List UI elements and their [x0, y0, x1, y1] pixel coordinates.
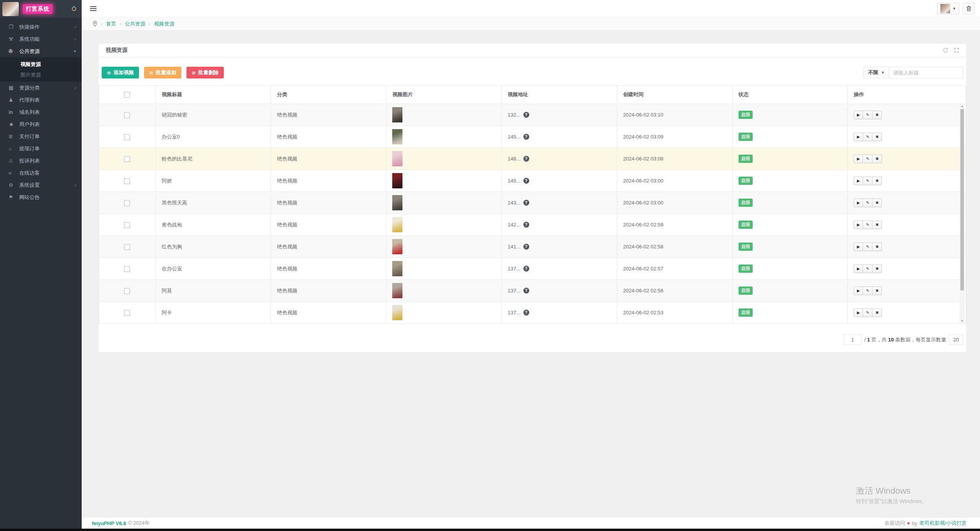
scroll-up-button[interactable]: ▲ — [960, 104, 965, 109]
sidebar-item-domain-list[interactable]: in域名列表 — [0, 106, 82, 118]
breadcrumb-public-resources[interactable]: 公共资源 — [125, 20, 145, 27]
refresh-icon[interactable] — [943, 47, 948, 53]
delete-button[interactable]: ✖ — [872, 308, 882, 317]
edit-button[interactable]: ✎ — [863, 308, 872, 317]
row-checkbox[interactable] — [124, 266, 130, 272]
question-circle-icon[interactable]: ? — [523, 266, 529, 272]
row-checkbox[interactable] — [124, 288, 130, 294]
sidebar-item-user-list[interactable]: ☻用户列表 — [0, 118, 82, 130]
col-video-image: 视频图片 — [386, 86, 502, 104]
delete-button[interactable]: ✖ — [872, 111, 882, 119]
sidebar-item-label: 公共资源 — [19, 48, 73, 55]
edit-button[interactable]: ✎ — [863, 286, 872, 295]
edit-button[interactable]: ✎ — [863, 133, 872, 141]
edit-button[interactable]: ✎ — [863, 243, 872, 251]
pagination: / 1 页，共 10 条数据，每页显示数量 — [99, 324, 966, 352]
sidebar-item-label: 支付订单 — [19, 133, 76, 140]
table-row: 在办公室绝色视频137...?2024-06-02 02:57启用▶✎✖ — [99, 258, 966, 280]
row-checkbox[interactable] — [124, 178, 130, 184]
delete-button[interactable]: ✖ — [872, 133, 882, 141]
play-button[interactable]: ▶ — [854, 286, 863, 295]
user-menu-button[interactable]: ▼ — [937, 3, 959, 15]
batch-delete-button[interactable]: ⊗ 批量删除 — [186, 67, 224, 78]
question-circle-icon[interactable]: ? — [523, 244, 529, 250]
delete-button[interactable]: ✖ — [872, 177, 882, 185]
expand-icon[interactable] — [954, 47, 959, 53]
sidebar-item-withdrawal-orders[interactable]: ⌂提现订单 — [0, 142, 82, 155]
edit-button[interactable]: ✎ — [863, 199, 872, 207]
sidebar-item-public-resources[interactable]: ✇公共资源▾ — [0, 45, 82, 57]
row-checkbox[interactable] — [124, 200, 130, 206]
sidebar-item-system-functions[interactable]: ⚒系统功能‹ — [0, 33, 82, 45]
question-circle-icon[interactable]: ? — [523, 310, 529, 316]
scroll-down-button[interactable]: ▼ — [960, 319, 965, 323]
play-button[interactable]: ▶ — [854, 133, 863, 141]
play-button[interactable]: ▶ — [854, 221, 863, 229]
delete-button[interactable]: ✖ — [872, 243, 882, 251]
sidebar-toggle-icon[interactable] — [90, 6, 97, 11]
page-input[interactable] — [844, 334, 861, 345]
sidebar-item-online-visitors[interactable]: ℮在线访客 — [0, 167, 82, 179]
question-circle-icon[interactable]: ? — [523, 178, 529, 184]
row-checkbox[interactable] — [124, 134, 130, 140]
row-checkbox[interactable] — [124, 156, 130, 162]
edit-button[interactable]: ✎ — [863, 265, 872, 273]
sidebar-item-quick-actions[interactable]: ❐快捷操作‹ — [0, 21, 82, 33]
sidebar-item-resource-categories[interactable]: ▦资源分类‹ — [0, 82, 82, 94]
times-circle-icon: ⊗ — [192, 70, 196, 76]
question-circle-icon[interactable]: ? — [523, 288, 529, 294]
play-button[interactable]: ▶ — [854, 199, 863, 207]
play-button[interactable]: ▶ — [854, 308, 863, 317]
row-checkbox[interactable] — [124, 244, 130, 250]
breadcrumb-home[interactable]: 首页 — [106, 20, 116, 27]
footer-link[interactable]: 老司机影视/小说打赏 — [919, 520, 967, 527]
delete-button[interactable]: ✖ — [872, 199, 882, 207]
status-badge: 启用 — [739, 133, 753, 141]
category-cell: 绝色视频 — [271, 170, 386, 192]
filter-dropdown[interactable]: 不限 ▼ — [863, 67, 889, 78]
delete-button[interactable]: ✖ — [872, 221, 882, 229]
sidebar-subitem-1[interactable]: 图片资源 — [0, 69, 82, 80]
vertical-scrollbar[interactable]: ▲ ▼ — [960, 104, 965, 323]
play-button[interactable]: ▶ — [854, 265, 863, 273]
play-button[interactable]: ▶ — [854, 177, 863, 185]
sidebar-item-agent-list[interactable]: ♟代理列表 — [0, 94, 82, 106]
sidebar-subitem-0[interactable]: 视频资源 — [0, 59, 82, 69]
add-video-button[interactable]: ⊕ 添加视频 — [102, 67, 139, 78]
batch-add-button[interactable]: ≣ 批量添加 — [144, 67, 181, 78]
select-all-checkbox[interactable] — [124, 92, 130, 98]
col-video-address: 视频地址 — [502, 86, 617, 104]
question-circle-icon[interactable]: ? — [523, 200, 529, 206]
chevron-left-icon: ‹ — [75, 36, 76, 42]
delete-button[interactable]: ✖ — [872, 286, 882, 295]
sidebar-item-label: 代理列表 — [19, 97, 76, 104]
delete-button[interactable]: ✖ — [872, 265, 882, 273]
row-checkbox[interactable] — [124, 310, 130, 316]
edit-button[interactable]: ✎ — [863, 111, 872, 119]
question-circle-icon[interactable]: ? — [523, 222, 529, 228]
play-icon: ▶ — [857, 288, 860, 293]
sidebar-item-complaint-list[interactable]: ⚠投诉列表 — [0, 155, 82, 167]
scrollbar-thumb[interactable] — [960, 109, 964, 290]
table-row: 阿卡绝色视频137...?2024-06-02 02:53启用▶✎✖ — [99, 302, 966, 324]
play-button[interactable]: ▶ — [854, 155, 863, 163]
per-page-input[interactable] — [949, 334, 963, 345]
search-input[interactable] — [889, 67, 963, 78]
edit-button[interactable]: ✎ — [863, 155, 872, 163]
row-checkbox[interactable] — [124, 222, 130, 228]
edit-button[interactable]: ✎ — [863, 221, 872, 229]
trash-button[interactable] — [963, 3, 975, 15]
question-circle-icon[interactable]: ? — [523, 134, 529, 140]
question-circle-icon[interactable]: ? — [523, 156, 529, 162]
sidebar-item-payment-orders[interactable]: ≣支付订单 — [0, 130, 82, 142]
delete-button[interactable]: ✖ — [872, 155, 882, 163]
play-button[interactable]: ▶ — [854, 243, 863, 251]
sidebar-item-system-settings[interactable]: ⚙系统设置‹ — [0, 179, 82, 191]
breadcrumb-video-resources[interactable]: 视频资源 — [154, 20, 174, 27]
question-circle-icon[interactable]: ? — [523, 112, 529, 118]
edit-button[interactable]: ✎ — [863, 177, 872, 185]
video-thumbnail — [392, 305, 402, 320]
sidebar-item-site-announcements[interactable]: ⚑网站公告 — [0, 191, 82, 203]
row-checkbox[interactable] — [124, 112, 130, 118]
play-button[interactable]: ▶ — [854, 111, 863, 119]
